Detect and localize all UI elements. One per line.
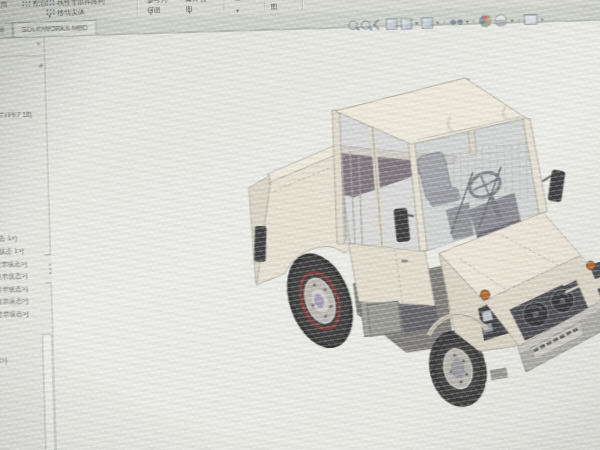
monitor-photo: 引用▾配合线性零部件阵列移动实体▾参考几何图▾爆炸视图▾变▾快速草图 RKS 插… — [0, 0, 600, 450]
solidworks-window: 引用▾配合线性零部件阵列移动实体▾参考几何图▾爆炸视图▾变▾快速草图 RKS 插… — [0, 0, 600, 450]
cad-model-tow-tractor[interactable] — [0, 0, 600, 450]
rear-corner-light — [254, 226, 266, 262]
marker-light-right — [586, 261, 595, 270]
marker-light-left — [480, 290, 490, 300]
tow-hitch — [490, 367, 508, 380]
